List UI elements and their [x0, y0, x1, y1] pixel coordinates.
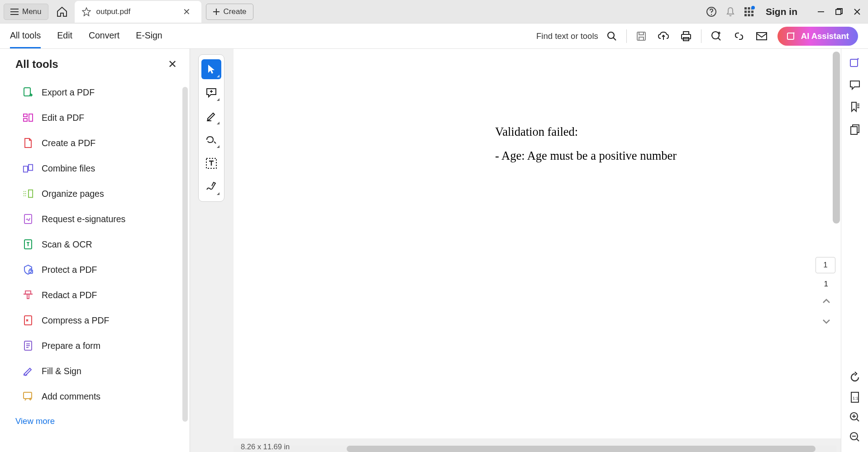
tool-label: Combine files	[42, 163, 95, 174]
pdf-page[interactable]: Validation failed: - Age: Age must be a …	[234, 49, 841, 438]
view-more-link[interactable]: View more	[0, 409, 190, 426]
chevron-up-icon	[822, 298, 831, 304]
tool-item[interactable]: Prepare a form	[0, 333, 190, 358]
h-scroll-thumb[interactable]	[347, 446, 816, 452]
thumbnails-panel-button[interactable]	[849, 124, 860, 136]
comment-tool[interactable]	[201, 83, 221, 103]
tool-item[interactable]: Scan & OCR	[0, 232, 190, 257]
gen-summary-button[interactable]	[711, 30, 722, 42]
svg-rect-27	[29, 165, 33, 171]
tool-item[interactable]: Combine files	[0, 156, 190, 181]
tool-label: Edit a PDF	[42, 113, 84, 123]
sidebar-scrollbar[interactable]	[182, 87, 188, 422]
menubar-edit[interactable]: Edit	[57, 24, 72, 48]
signin-button[interactable]: Sign in	[766, 6, 797, 17]
cloud-upload-icon	[658, 31, 669, 42]
upload-button[interactable]	[658, 31, 669, 42]
page-down-button[interactable]	[822, 319, 831, 325]
tool-item[interactable]: Request e-signatures	[0, 206, 190, 232]
rotate-button[interactable]	[849, 371, 861, 383]
tool-item[interactable]: Edit a PDF	[0, 105, 190, 130]
notification-dot	[751, 6, 755, 10]
notifications-button[interactable]	[725, 6, 736, 17]
floating-toolbar	[198, 54, 224, 202]
tool-label: Organize pages	[42, 189, 104, 199]
page-up-button[interactable]	[822, 298, 831, 304]
plus-icon	[213, 8, 220, 15]
ai-assistant-button[interactable]: AI Assistant	[777, 27, 858, 46]
minimize-button[interactable]	[817, 8, 825, 15]
tool-item[interactable]: Redact a PDF	[0, 282, 190, 308]
print-icon	[680, 31, 692, 42]
search-icon	[606, 31, 617, 42]
tool-item[interactable]: Compress a PDF	[0, 308, 190, 333]
hamburger-icon	[10, 9, 19, 15]
ai-icon	[787, 31, 796, 41]
tool-item[interactable]: Organize pages	[0, 181, 190, 206]
close-window-button[interactable]	[854, 8, 861, 15]
actual-size-button[interactable]: 1:1	[850, 391, 860, 403]
menubar-convert[interactable]: Convert	[89, 24, 119, 48]
tool-item[interactable]: Protect a PDF	[0, 257, 190, 282]
page-scrollbar-vertical[interactable]	[833, 52, 840, 224]
comment-icon	[205, 87, 217, 98]
menu-button[interactable]: Menu	[4, 4, 48, 20]
chevron-down-icon	[822, 319, 831, 325]
sign-tool[interactable]	[201, 177, 221, 197]
svg-point-12	[608, 32, 614, 38]
tool-item[interactable]: Export a PDF	[0, 80, 190, 105]
select-tool[interactable]	[201, 59, 221, 79]
save-button[interactable]	[636, 31, 647, 42]
tool-icon	[23, 87, 33, 98]
svg-rect-38	[851, 127, 857, 134]
comments-panel-button[interactable]	[849, 80, 861, 90]
help-icon	[706, 6, 717, 17]
tool-item[interactable]: Fill & Sign	[0, 358, 190, 384]
ai-label: AI Assistant	[801, 31, 849, 41]
menubar: All tools Edit Convert E-Sign Find text …	[0, 24, 868, 49]
tab-title: output.pdf	[96, 7, 174, 16]
tool-label: Prepare a form	[42, 341, 100, 351]
ai-panel-button[interactable]	[849, 57, 861, 69]
document-area: Validation failed: - Age: Age must be a …	[190, 49, 841, 452]
tab-close-button[interactable]: ✕	[179, 5, 194, 19]
pencil-icon	[206, 111, 217, 122]
print-button[interactable]	[680, 31, 692, 42]
create-button[interactable]: Create	[206, 4, 253, 20]
bookmarks-panel-button[interactable]	[849, 101, 860, 113]
zoom-in-button[interactable]	[849, 411, 861, 423]
email-button[interactable]	[756, 31, 768, 41]
tool-item[interactable]: Add comments	[0, 384, 190, 409]
h-scroll-track[interactable]	[234, 446, 836, 452]
svg-rect-28	[29, 190, 33, 198]
find-text-label[interactable]: Find text or tools	[536, 31, 598, 41]
divider	[626, 29, 627, 43]
menu-label: Menu	[22, 7, 42, 16]
document-tab[interactable]: output.pdf ✕	[75, 1, 201, 23]
tool-icon	[23, 264, 33, 275]
tool-item[interactable]: Create a PDF	[0, 130, 190, 156]
zoom-out-icon	[849, 431, 861, 443]
apps-button[interactable]	[744, 7, 754, 17]
home-button[interactable]	[53, 3, 71, 20]
svg-rect-35	[24, 392, 32, 399]
tool-icon	[23, 239, 33, 250]
zoom-out-button[interactable]	[849, 431, 861, 443]
page-number-input[interactable]: 1	[816, 257, 835, 273]
link-button[interactable]	[733, 30, 745, 42]
highlight-tool[interactable]	[201, 106, 221, 126]
svg-rect-8	[744, 14, 747, 16]
menubar-all-tools[interactable]: All tools	[10, 24, 41, 48]
search-button[interactable]	[606, 31, 617, 42]
sidebar-close-button[interactable]: ✕	[168, 58, 177, 71]
textselect-tool[interactable]	[201, 153, 221, 173]
tool-icon	[23, 315, 33, 326]
help-button[interactable]	[706, 6, 717, 17]
svg-rect-15	[639, 37, 644, 40]
page-1-1-icon: 1:1	[850, 391, 860, 403]
maximize-button[interactable]	[835, 8, 843, 15]
draw-tool[interactable]	[201, 130, 221, 150]
menubar-esign[interactable]: E-Sign	[136, 24, 162, 48]
divider	[701, 29, 701, 43]
page-total: 1	[824, 280, 828, 289]
